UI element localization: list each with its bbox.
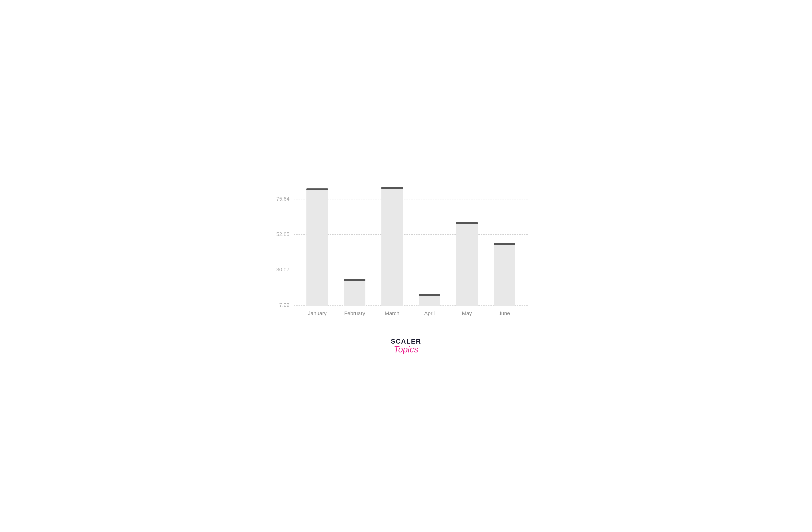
bar-wrapper xyxy=(456,222,478,306)
logo-sub: Topics xyxy=(394,345,418,354)
bar-label: May xyxy=(462,310,472,317)
bar-body xyxy=(381,189,403,306)
bar-label: March xyxy=(385,310,399,317)
bar-cap xyxy=(456,222,478,224)
logo-brand: SCALER xyxy=(391,338,421,345)
chart-container: 75.6452.8530.077.29JanuaryFebruaryMarchA… xyxy=(275,178,537,326)
bar-group: May xyxy=(448,222,486,317)
bars-row: JanuaryFebruaryMarchAprilMayJune xyxy=(294,192,528,317)
chart-area: 75.6452.8530.077.29JanuaryFebruaryMarchA… xyxy=(294,192,528,317)
bar-body xyxy=(344,281,365,306)
bar-label: February xyxy=(344,310,365,317)
bar-group: March xyxy=(373,187,411,316)
bar-group: April xyxy=(411,294,448,317)
y-axis-label: 30.07 xyxy=(276,267,289,273)
bar-cap xyxy=(344,279,365,281)
bar-cap xyxy=(381,187,403,189)
logo-area: SCALER Topics xyxy=(391,338,421,354)
bar-wrapper xyxy=(306,188,328,306)
bar-cap xyxy=(419,294,440,296)
bar-wrapper xyxy=(381,187,403,306)
bar-body xyxy=(306,190,328,306)
bar-group: January xyxy=(299,188,336,317)
bar-body xyxy=(419,296,440,306)
bar-group: June xyxy=(485,243,523,316)
bar-cap xyxy=(494,243,515,245)
bar-wrapper xyxy=(494,243,515,306)
bar-wrapper xyxy=(419,294,440,306)
bar-label: June xyxy=(499,310,510,317)
bar-label: January xyxy=(308,310,327,317)
bar-body xyxy=(456,224,478,306)
bar-wrapper xyxy=(344,279,365,306)
bar-label: April xyxy=(424,310,435,317)
bar-group: February xyxy=(336,279,374,317)
y-axis-label: 7.29 xyxy=(279,302,289,308)
y-axis-label: 52.85 xyxy=(276,231,289,237)
y-axis-label: 75.64 xyxy=(276,196,289,202)
bar-cap xyxy=(306,188,328,190)
bar-body xyxy=(494,245,515,306)
